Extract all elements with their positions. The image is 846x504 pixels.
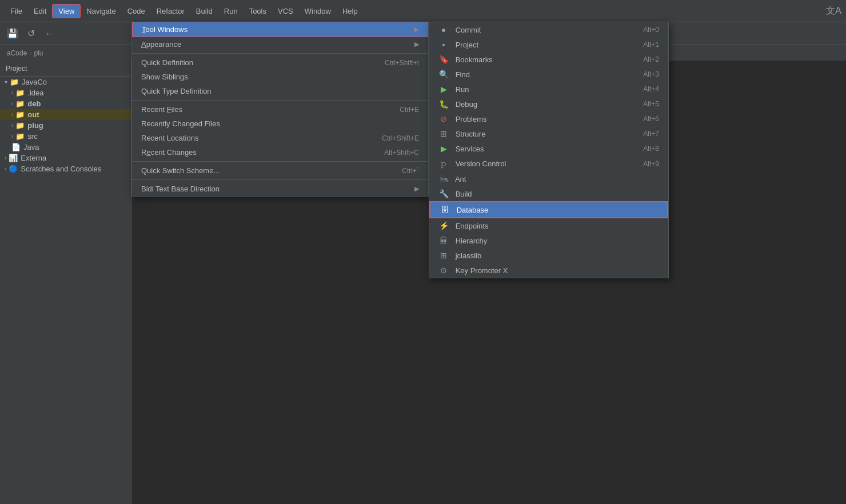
hierarchy-icon: 🏛 [438, 236, 449, 245]
tw-item-services[interactable]: ▶ Services Alt+8 [429, 141, 668, 156]
tw-item-commit[interactable]: ● Commit Alt+0 [429, 22, 668, 37]
tree-item-plug[interactable]: › 📁 plug [0, 120, 131, 131]
menu-edit[interactable]: Edit [28, 5, 52, 18]
tw-item-run[interactable]: ▶ Run Alt+4 [429, 82, 668, 97]
tree-item-external[interactable]: › 📊 Externa [0, 153, 131, 163]
tw-item-key-promoter-x[interactable]: ⊙ Key Promoter X [429, 263, 668, 278]
folder-icon: 📁 [15, 110, 25, 119]
folder-icon: 📁 [15, 121, 25, 130]
tree-label: JavaCo [22, 78, 47, 86]
menu-code[interactable]: Code [122, 5, 151, 18]
menu-tools[interactable]: Tools [244, 5, 272, 18]
tw-item-build[interactable]: 🔧 Build [429, 186, 668, 201]
breadcrumb-part1: aCode [7, 49, 27, 57]
menu-item-label: Recent Changes [141, 148, 197, 157]
tool-windows-submenu: ● Commit Alt+0 ▪ Project Alt+1 🔖 Bookmar… [429, 22, 669, 278]
scratch-icon: 🔵 [9, 165, 18, 173]
menu-item-recently-changed[interactable]: Recently Changed Files [132, 117, 428, 131]
vcs-icon: 𝚙 [438, 159, 449, 169]
tw-label: Key Promoter X [456, 266, 508, 275]
tw-item-bookmarks[interactable]: 🔖 Bookmarks Alt+2 [429, 52, 668, 67]
tw-label: Ant [455, 175, 466, 183]
tw-label: Build [456, 190, 472, 198]
menu-item-quick-type-def[interactable]: Quick Type Definition [132, 84, 428, 98]
tw-item-problems[interactable]: ⊘ Problems Alt+6 [429, 111, 668, 126]
project-label: Project [6, 65, 27, 73]
menu-item-label: Recent Locations [141, 134, 198, 142]
menu-separator [132, 161, 428, 162]
tw-item-structure[interactable]: ⊞ Structure Alt+7 [429, 126, 668, 141]
tw-label: Commit [456, 26, 481, 34]
endpoints-icon: ⚡ [438, 221, 449, 230]
tw-label: Database [457, 206, 489, 214]
menu-view[interactable]: View [52, 4, 81, 18]
menu-item-label: Show Siblings [141, 73, 188, 81]
arrow-icon: › [11, 90, 13, 96]
menu-item-appearance[interactable]: Appearance ▶ [132, 37, 428, 51]
tw-item-version-control[interactable]: 𝚙 Version Control Alt+9 [429, 156, 668, 171]
translate-icon[interactable]: 文A [826, 5, 841, 17]
tw-label: Services [456, 145, 484, 153]
tree-item-deb[interactable]: › 📁 deb [0, 98, 131, 109]
menu-help[interactable]: Help [337, 5, 364, 18]
menu-item-label: Recent Files [141, 105, 182, 114]
project-icon: ▪ [438, 40, 449, 49]
tw-label: Version Control [456, 159, 506, 168]
tw-label: jclasslib [456, 251, 482, 260]
tree-item-scratches[interactable]: › 🔵 Scratches and Consoles [0, 163, 131, 174]
refresh-button[interactable]: ↺ [23, 26, 39, 42]
arrow-icon: › [11, 111, 13, 118]
tw-item-find[interactable]: 🔍 Find Alt+3 [429, 67, 668, 82]
tree-item-java[interactable]: 📄 Java [0, 142, 131, 153]
services-icon: ▶ [438, 144, 449, 153]
folder-icon: 📁 [10, 78, 19, 86]
tree-item-idea[interactable]: › 📁 .idea [0, 87, 131, 98]
tree-item-src[interactable]: › 📁 src [0, 131, 131, 142]
menu-build[interactable]: Build [190, 5, 218, 18]
find-icon: 🔍 [438, 70, 449, 79]
shortcut-label: Alt+3 [643, 70, 659, 78]
database-icon: 🗄 [440, 205, 450, 214]
menu-item-quick-definition[interactable]: Quick Definition Ctrl+Shift+I [132, 55, 428, 70]
menu-item-recent-locations[interactable]: Recent Locations Ctrl+Shift+E [132, 131, 428, 145]
shortcut-label: Ctrl+E [400, 106, 419, 114]
menu-item-show-siblings[interactable]: Show Siblings [132, 70, 428, 84]
tw-label: Bookmarks [456, 55, 493, 64]
tw-item-debug[interactable]: 🐛 Debug Alt+5 [429, 97, 668, 111]
shortcut-label: Alt+6 [643, 115, 659, 123]
menu-item-quick-switch[interactable]: Quick Switch Scheme... Ctrl+` [132, 163, 428, 178]
tw-label: Run [456, 85, 469, 94]
menu-item-tool-windows[interactable]: Tool Windows ▶ [132, 22, 428, 37]
menu-separator [132, 100, 428, 101]
menu-vcs[interactable]: VCS [272, 5, 299, 18]
save-button[interactable]: 💾 [5, 26, 21, 42]
menu-window[interactable]: Window [299, 5, 337, 18]
menu-item-label: Recently Changed Files [141, 119, 220, 128]
menu-item-recent-changes[interactable]: Recent Changes Alt+Shift+C [132, 145, 428, 159]
tree-label: Externa [21, 154, 46, 162]
tree-label: deb [27, 99, 41, 108]
menu-run[interactable]: Run [218, 5, 244, 18]
tw-item-project[interactable]: ▪ Project Alt+1 [429, 37, 668, 52]
menu-item-recent-files[interactable]: Recent Files Ctrl+E [132, 102, 428, 117]
menu-navigate[interactable]: Navigate [81, 5, 121, 18]
shortcut-label: Alt+9 [643, 160, 659, 168]
folder-icon: 📁 [15, 99, 25, 108]
structure-icon: ⊞ [438, 129, 449, 138]
tw-item-hierarchy[interactable]: 🏛 Hierarchy [429, 233, 668, 248]
tw-item-ant[interactable]: 🐜 Ant [429, 171, 668, 186]
tw-item-jclasslib[interactable]: ⊞ jclasslib [429, 248, 668, 263]
menu-item-bidi-text[interactable]: Bidi Text Base Direction ▶ [132, 182, 428, 196]
bookmarks-icon: 🔖 [438, 55, 449, 64]
menu-item-label: Quick Definition [141, 58, 193, 67]
menu-item-label: Quick Switch Scheme... [141, 166, 220, 175]
tw-item-database[interactable]: 🗄 Database [429, 201, 668, 218]
menu-refactor[interactable]: Refactor [151, 5, 190, 18]
tree-item-javaco[interactable]: ▾ 📁 JavaCo [0, 77, 131, 87]
submenu-arrow-icon: ▶ [414, 26, 418, 33]
tree-item-out[interactable]: › 📁 out [0, 109, 131, 120]
back-button[interactable]: ← [41, 26, 57, 42]
arrow-icon: › [11, 101, 13, 107]
menu-file[interactable]: File [5, 5, 28, 18]
tw-item-endpoints[interactable]: ⚡ Endpoints [429, 218, 668, 233]
